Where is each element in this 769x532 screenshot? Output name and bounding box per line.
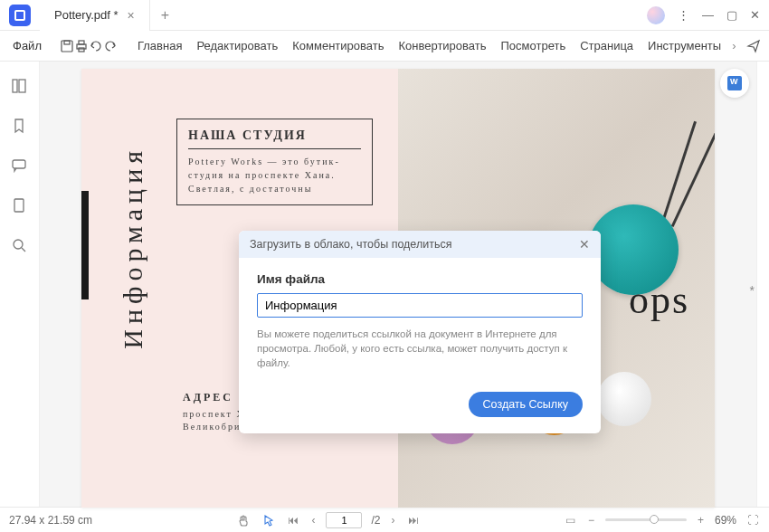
zoom-value: 69% (715, 514, 736, 527)
print-icon[interactable] (74, 34, 89, 58)
attachment-icon[interactable] (11, 197, 29, 215)
workspace: Информация НАША СТУДИЯ Pottery Works — э… (0, 62, 769, 507)
fit-page-icon[interactable]: ▭ (564, 514, 577, 527)
fit-width-icon[interactable]: ⛶ (745, 514, 760, 527)
file-menu[interactable]: Файл (5, 39, 49, 52)
svg-rect-3 (79, 41, 84, 44)
svg-point-9 (14, 240, 23, 249)
user-avatar[interactable] (647, 6, 665, 24)
create-link-button[interactable]: Создать Ссылку (469, 392, 583, 417)
document-tab[interactable]: Pottery.pdf * × (40, 0, 150, 31)
next-page-icon[interactable]: › (390, 514, 397, 527)
window-minimize-icon[interactable]: — (702, 8, 714, 22)
last-page-icon[interactable]: ⏭ (406, 514, 421, 527)
share-dialog: Загрузить в облако, чтобы поделиться ✕ И… (239, 231, 601, 433)
ops-fragment: ops (629, 277, 689, 323)
vertical-heading: Информация (118, 146, 148, 349)
dialog-hint: Вы можете поделиться ссылкой на документ… (257, 327, 583, 370)
left-sidebar (0, 62, 40, 507)
svg-rect-0 (62, 41, 72, 52)
menu-overflow-icon[interactable]: › (726, 39, 741, 52)
studio-title: НАША СТУДИЯ (188, 128, 361, 143)
undo-icon[interactable] (89, 34, 103, 58)
page-dimensions: 27.94 x 21.59 cm (9, 514, 92, 527)
redo-icon[interactable] (103, 34, 118, 58)
menu-comment[interactable]: Комментировать (287, 39, 389, 52)
app-icon[interactable] (9, 5, 31, 26)
svg-rect-4 (79, 48, 84, 52)
hand-tool-icon[interactable] (235, 514, 252, 527)
svg-rect-5 (13, 80, 17, 92)
filename-label: Имя файла (257, 272, 583, 286)
dialog-titlebar[interactable]: Загрузить в облако, чтобы поделиться ✕ (239, 231, 601, 258)
close-tab-icon[interactable]: × (128, 8, 135, 23)
studio-box: НАША СТУДИЯ Pottery Works — это бутик-ст… (176, 119, 373, 205)
menu-home[interactable]: Главная (132, 39, 187, 52)
comment-icon[interactable] (11, 157, 29, 176)
dialog-close-icon[interactable]: ✕ (579, 237, 590, 252)
filename-input[interactable] (257, 293, 583, 318)
menu-tools[interactable]: Инструменты (642, 39, 726, 52)
zoom-out-icon[interactable]: − (586, 514, 596, 527)
zoom-in-icon[interactable]: + (696, 514, 706, 527)
svg-rect-1 (64, 41, 70, 44)
menubar: Файл Главная Редактировать Комментироват… (0, 31, 769, 62)
right-scrollbar[interactable] (756, 62, 769, 507)
menu-page[interactable]: Страница (574, 39, 639, 52)
document-canvas[interactable]: Информация НАША СТУДИЯ Pottery Works — э… (40, 62, 756, 507)
menu-view[interactable]: Посмотреть (496, 39, 572, 52)
convert-to-word-badge[interactable] (720, 69, 749, 98)
window-close-icon[interactable]: ✕ (750, 8, 760, 22)
studio-body: Pottery Works — это бутик-студия на прос… (188, 155, 361, 195)
titlebar: Pottery.pdf * × + ⋮ — ▢ ✕ (0, 0, 769, 31)
bookmark-icon[interactable] (11, 118, 29, 136)
save-icon[interactable] (60, 34, 74, 58)
thumbnails-icon[interactable] (11, 78, 29, 96)
zoom-slider[interactable] (605, 518, 687, 521)
page-number-input[interactable] (326, 512, 362, 528)
page-total: /2 (371, 514, 380, 527)
svg-rect-6 (19, 80, 25, 92)
dialog-title: Загрузить в облако, чтобы поделиться (250, 238, 451, 251)
prev-page-icon[interactable]: ‹ (309, 514, 317, 527)
svg-rect-8 (14, 199, 24, 212)
window-maximize-icon[interactable]: ▢ (726, 8, 737, 22)
statusbar: 27.94 x 21.59 cm ⏮ ‹ /2 › ⏭ ▭ − + 69% ⛶ (0, 507, 769, 532)
share-icon[interactable] (742, 34, 765, 58)
change-marker: * (750, 283, 755, 298)
menu-convert[interactable]: Конвертировать (393, 39, 491, 52)
svg-rect-7 (13, 160, 25, 168)
new-tab-button[interactable]: + (150, 7, 180, 24)
search-icon[interactable] (11, 237, 29, 255)
menu-edit[interactable]: Редактировать (191, 39, 283, 52)
first-page-icon[interactable]: ⏮ (286, 514, 300, 527)
select-tool-icon[interactable] (261, 514, 277, 527)
decorative-bar (81, 191, 89, 299)
kebab-menu-icon[interactable]: ⋮ (678, 8, 689, 22)
tab-title: Pottery.pdf * (54, 8, 119, 22)
